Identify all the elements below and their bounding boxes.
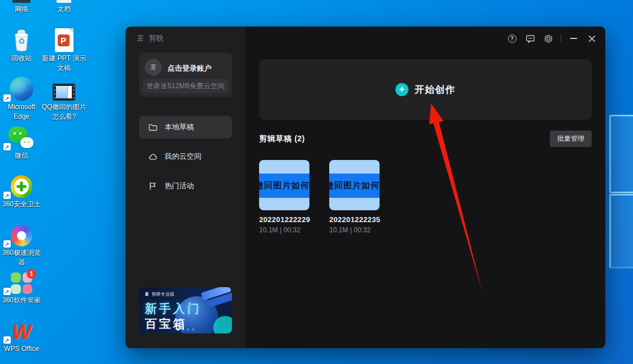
titlebar: 剪映 ?: [126, 27, 605, 50]
cloud-icon: [148, 152, 157, 161]
desktop-icon-label: 新建 PPT 演示文稿: [41, 54, 87, 73]
desktop-icon-wechat[interactable]: ↗ 微信: [0, 125, 44, 161]
desktop-icon-label: 回收站: [11, 54, 32, 63]
shortcut-arrow-icon: ↗: [3, 143, 11, 150]
draft-card[interactable]: 撤回图片如何查 202201222235 10.1M | 00:32: [329, 160, 380, 234]
banner-carousel-dots[interactable]: [177, 328, 195, 331]
shortcut-arrow-icon: ↗: [3, 240, 11, 248]
draft-card[interactable]: 撤回图片如何查 202201222229 10.1M | 00:32: [259, 160, 309, 234]
desktop-icon-documents[interactable]: 文档: [41, 0, 87, 14]
jianying-logo-icon: [144, 292, 149, 297]
sidebar-menu: 本地草稿 我的云空间 热门活动: [139, 116, 232, 197]
login-title: 点击登录账户: [167, 63, 212, 73]
wallpaper-beam: [609, 194, 633, 268]
drafts-title: 剪辑草稿 (2): [259, 134, 305, 144]
close-icon: [588, 35, 596, 42]
start-creation-button[interactable]: + 开始创作: [259, 59, 592, 120]
shortcut-arrow-icon: ↗: [3, 192, 11, 199]
drafts-header: 剪辑草稿 (2) 批量管理: [259, 131, 592, 147]
desktop-icon-label: 360软件管家: [2, 296, 41, 305]
network-icon: [5, 0, 38, 3]
sidebar-item-label: 我的云空间: [165, 151, 201, 162]
desktop-icon-microsoft-edge[interactable]: ↗ Microsoft Edge: [0, 77, 44, 122]
browser-icon: ↗: [5, 223, 38, 246]
desktop-icon-360-safe[interactable]: ↗ 360安全卫士: [0, 174, 44, 209]
login-card[interactable]: 点击登录账户 登录送512MB免费云空间: [139, 53, 232, 97]
plus-icon: +: [395, 83, 408, 96]
desktop-icon-wps-office[interactable]: W ↗ WPS Office: [0, 319, 44, 354]
beginner-toolbox-banner[interactable]: 剪映专业版 新手入门 百宝箱: [139, 287, 232, 333]
desktop-icon-label: Microsoft Edge: [0, 102, 44, 122]
shortcut-arrow-icon: ↗: [3, 336, 11, 344]
jianying-window: 点击登录账户 登录送512MB免费云空间 本地草稿 我的云空间: [126, 27, 605, 348]
wps-icon: W ↗: [5, 319, 38, 343]
flag-icon: [148, 181, 157, 190]
software-manager-icon: 1 ↗: [5, 270, 38, 294]
draft-meta: 10.1M | 00:32: [259, 226, 309, 234]
shortcut-arrow-icon: ↗: [3, 94, 11, 102]
minimize-button[interactable]: [568, 33, 579, 44]
sidebar: 点击登录账户 登录送512MB免费云空间 本地草稿 我的云空间: [126, 27, 246, 348]
draft-name: 202201222235: [329, 215, 380, 224]
gear-icon: [544, 34, 553, 44]
app-title: 剪映: [149, 33, 163, 44]
feedback-icon: [526, 34, 535, 44]
desktop-icon-label: 360极速浏览器: [0, 248, 44, 267]
sidebar-item-local-drafts[interactable]: 本地草稿: [139, 116, 232, 138]
desktop-icon-qq-video[interactable]: QQ撤回的图片怎么看?: [41, 77, 87, 122]
sidebar-item-label: 本地草稿: [165, 122, 194, 132]
login-promo: 登录送512MB免费云空间: [143, 79, 229, 93]
app-branding: 剪映: [136, 33, 163, 44]
desktop-icon-360-software[interactable]: 1 ↗ 360软件管家: [0, 270, 44, 305]
titlebar-separator: [561, 34, 561, 42]
draft-name: 202201222229: [259, 215, 309, 224]
folder-icon: [148, 123, 157, 132]
close-button[interactable]: [586, 33, 597, 44]
desktop-icon-label: 网络: [15, 5, 28, 14]
main-area: + 开始创作 剪辑草稿 (2) 批量管理 撤回图片如何查 20220122222…: [246, 27, 605, 348]
batch-manage-button[interactable]: 批量管理: [550, 131, 592, 147]
desktop-icon-label: WPS Office: [4, 344, 39, 354]
help-icon: ?: [508, 34, 516, 43]
edge-icon: ↗: [5, 77, 38, 101]
draft-meta: 10.1M | 00:32: [329, 226, 380, 234]
ppt-file-icon: P: [47, 28, 81, 52]
sidebar-item-label: 热门活动: [165, 181, 194, 191]
sidebar-item-cloud-space[interactable]: 我的云空间: [139, 145, 232, 168]
recycle-bin-icon: ♻: [5, 28, 38, 52]
desktop-icon-network[interactable]: 网络: [0, 0, 44, 14]
draft-thumbnail: 撤回图片如何查: [259, 160, 309, 210]
draft-card-list: 撤回图片如何查 202201222229 10.1M | 00:32 撤回图片如…: [259, 160, 380, 234]
desktop-icon-360-browser[interactable]: ↗ 360极速浏览器: [0, 223, 44, 267]
help-button[interactable]: ?: [506, 33, 518, 44]
banner-line1: 新手入门: [145, 301, 201, 317]
avatar: [145, 59, 162, 76]
wechat-icon: ↗: [5, 125, 38, 149]
shield-icon: ↗: [5, 174, 38, 198]
desktop-icon-label: QQ撤回的图片怎么看?: [41, 102, 87, 122]
minimize-icon: [570, 38, 577, 39]
video-file-icon: [47, 77, 81, 101]
sidebar-item-hot-activities[interactable]: 热门活动: [139, 175, 232, 197]
wallpaper-beam: [609, 115, 633, 193]
desktop-icon-new-ppt[interactable]: P 新建 PPT 演示文稿: [41, 28, 87, 73]
draft-thumbnail: 撤回图片如何查: [329, 160, 380, 210]
titlebar-controls: ?: [506, 33, 597, 44]
desktop-icon-recycle-bin[interactable]: ♻ 回收站: [0, 28, 44, 63]
desktop-icon-label: 360安全卫士: [2, 200, 41, 209]
settings-button[interactable]: [542, 33, 554, 44]
documents-icon: [47, 0, 81, 3]
notification-badge: 1: [27, 269, 36, 279]
jianying-logo-icon: [136, 34, 145, 43]
shortcut-arrow-icon: ↗: [3, 288, 11, 295]
banner-brand: 剪映专业版: [144, 291, 174, 297]
jianying-logo-icon: [149, 63, 157, 71]
desktop-icon-label: 文档: [57, 5, 71, 14]
desktop-icon-label: 微信: [15, 151, 28, 161]
start-creation-label: 开始创作: [415, 83, 455, 96]
feedback-button[interactable]: [524, 33, 536, 44]
